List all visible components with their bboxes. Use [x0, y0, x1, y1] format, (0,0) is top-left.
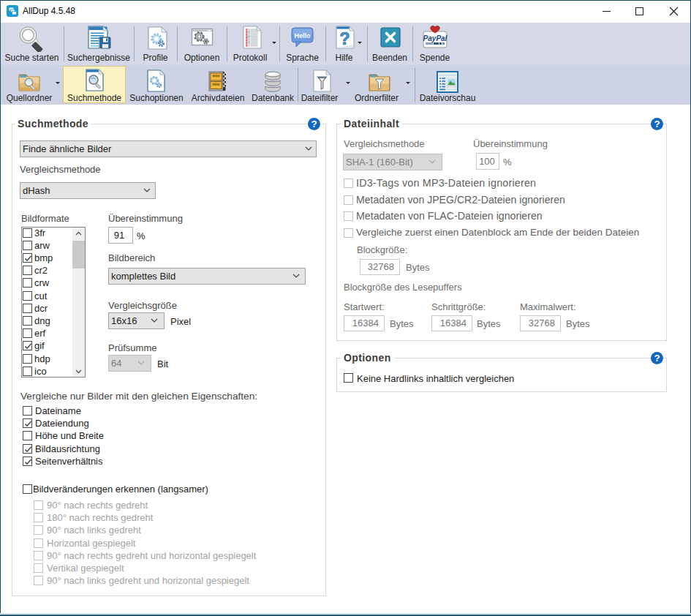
svg-text:Hello: Hello — [294, 32, 311, 40]
svg-text:PayPal: PayPal — [423, 34, 448, 42]
svg-text:?: ? — [339, 29, 350, 48]
